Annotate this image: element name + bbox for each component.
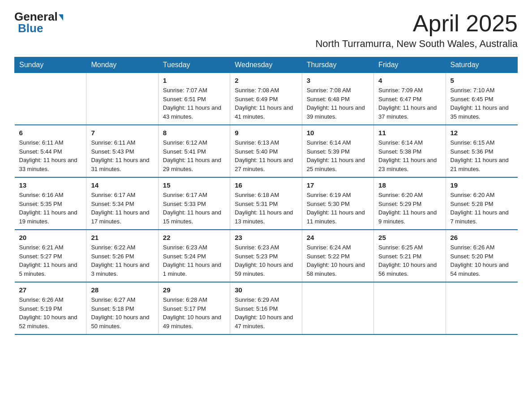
day-info: Sunrise: 6:25 AMSunset: 5:21 PMDaylight:… xyxy=(378,243,441,278)
calendar-day-cell: 22Sunrise: 6:23 AMSunset: 5:24 PMDayligh… xyxy=(158,230,230,282)
day-number: 14 xyxy=(91,181,153,189)
day-info: Sunrise: 6:11 AMSunset: 5:44 PMDaylight:… xyxy=(19,138,82,173)
day-number: 22 xyxy=(163,234,225,241)
calendar-day-cell: 16Sunrise: 6:18 AMSunset: 5:31 PMDayligh… xyxy=(230,177,302,230)
logo: General Blue xyxy=(14,11,63,34)
day-number: 24 xyxy=(307,234,369,241)
day-number: 30 xyxy=(235,286,297,294)
day-info: Sunrise: 6:22 AMSunset: 5:26 PMDaylight:… xyxy=(91,243,153,278)
day-number: 21 xyxy=(91,234,153,241)
calendar-day-cell: 6Sunrise: 6:11 AMSunset: 5:44 PMDaylight… xyxy=(15,125,86,177)
calendar-week-row: 27Sunrise: 6:26 AMSunset: 5:19 PMDayligh… xyxy=(15,282,518,334)
day-number: 20 xyxy=(19,234,82,241)
calendar-day-cell: 9Sunrise: 6:13 AMSunset: 5:40 PMDaylight… xyxy=(230,125,302,177)
logo-general-text: General xyxy=(14,11,58,22)
day-number: 7 xyxy=(91,129,153,137)
day-number: 4 xyxy=(378,77,441,84)
calendar-day-cell: 12Sunrise: 6:15 AMSunset: 5:36 PMDayligh… xyxy=(446,125,517,177)
day-info: Sunrise: 7:07 AMSunset: 6:51 PMDaylight:… xyxy=(163,86,225,121)
day-number: 2 xyxy=(235,77,297,84)
calendar-day-cell: 27Sunrise: 6:26 AMSunset: 5:19 PMDayligh… xyxy=(15,282,86,334)
calendar-day-cell: 15Sunrise: 6:17 AMSunset: 5:33 PMDayligh… xyxy=(158,177,230,230)
day-info: Sunrise: 6:27 AMSunset: 5:18 PMDaylight:… xyxy=(91,295,153,330)
day-number: 15 xyxy=(163,181,225,189)
calendar-body: 1Sunrise: 7:07 AMSunset: 6:51 PMDaylight… xyxy=(15,73,518,335)
day-number: 12 xyxy=(450,129,513,137)
calendar-week-row: 6Sunrise: 6:11 AMSunset: 5:44 PMDaylight… xyxy=(15,125,518,177)
day-info: Sunrise: 7:08 AMSunset: 6:48 PMDaylight:… xyxy=(307,86,369,121)
day-number: 27 xyxy=(19,286,82,294)
day-info: Sunrise: 6:26 AMSunset: 5:19 PMDaylight:… xyxy=(19,295,82,330)
day-info: Sunrise: 6:17 AMSunset: 5:33 PMDaylight:… xyxy=(163,191,225,226)
day-info: Sunrise: 6:20 AMSunset: 5:29 PMDaylight:… xyxy=(378,191,441,226)
calendar-title: April 2025 xyxy=(315,11,518,36)
logo-arrow-icon xyxy=(59,14,63,21)
calendar-day-cell xyxy=(374,282,446,334)
day-info: Sunrise: 6:18 AMSunset: 5:31 PMDaylight:… xyxy=(235,191,297,226)
calendar-week-row: 13Sunrise: 6:16 AMSunset: 5:35 PMDayligh… xyxy=(15,177,518,230)
day-info: Sunrise: 6:15 AMSunset: 5:36 PMDaylight:… xyxy=(450,138,513,173)
calendar-header: SundayMondayTuesdayWednesdayThursdayFrid… xyxy=(15,57,518,73)
day-number: 28 xyxy=(91,286,153,294)
day-info: Sunrise: 6:14 AMSunset: 5:38 PMDaylight:… xyxy=(378,138,441,173)
calendar-day-cell: 24Sunrise: 6:24 AMSunset: 5:22 PMDayligh… xyxy=(302,230,373,282)
calendar-day-cell: 5Sunrise: 7:10 AMSunset: 6:45 PMDaylight… xyxy=(446,73,517,125)
calendar-day-cell: 3Sunrise: 7:08 AMSunset: 6:48 PMDaylight… xyxy=(302,73,373,125)
calendar-day-cell: 13Sunrise: 6:16 AMSunset: 5:35 PMDayligh… xyxy=(15,177,86,230)
calendar-day-cell: 10Sunrise: 6:14 AMSunset: 5:39 PMDayligh… xyxy=(302,125,373,177)
day-info: Sunrise: 6:23 AMSunset: 5:24 PMDaylight:… xyxy=(163,243,225,278)
calendar-day-cell: 30Sunrise: 6:29 AMSunset: 5:16 PMDayligh… xyxy=(230,282,302,334)
calendar-week-row: 20Sunrise: 6:21 AMSunset: 5:27 PMDayligh… xyxy=(15,230,518,282)
calendar-day-cell: 20Sunrise: 6:21 AMSunset: 5:27 PMDayligh… xyxy=(15,230,86,282)
title-block: April 2025 North Turramurra, New South W… xyxy=(315,11,518,50)
day-info: Sunrise: 6:13 AMSunset: 5:40 PMDaylight:… xyxy=(235,138,297,173)
calendar-day-cell: 23Sunrise: 6:23 AMSunset: 5:23 PMDayligh… xyxy=(230,230,302,282)
day-number: 18 xyxy=(378,181,441,189)
day-info: Sunrise: 7:10 AMSunset: 6:45 PMDaylight:… xyxy=(450,86,513,121)
calendar-day-cell: 29Sunrise: 6:28 AMSunset: 5:17 PMDayligh… xyxy=(158,282,230,334)
weekday-header-row: SundayMondayTuesdayWednesdayThursdayFrid… xyxy=(15,57,518,73)
calendar-location: North Turramurra, New South Wales, Austr… xyxy=(315,38,518,50)
weekday-header-monday: Monday xyxy=(86,57,158,73)
calendar-day-cell: 11Sunrise: 6:14 AMSunset: 5:38 PMDayligh… xyxy=(374,125,446,177)
day-number: 16 xyxy=(235,181,297,189)
day-number: 26 xyxy=(450,234,513,241)
day-info: Sunrise: 6:23 AMSunset: 5:23 PMDaylight:… xyxy=(235,243,297,278)
day-number: 9 xyxy=(235,129,297,137)
day-info: Sunrise: 6:20 AMSunset: 5:28 PMDaylight:… xyxy=(450,191,513,226)
weekday-header-sunday: Sunday xyxy=(15,57,86,73)
day-info: Sunrise: 7:09 AMSunset: 6:47 PMDaylight:… xyxy=(378,86,441,121)
day-info: Sunrise: 6:26 AMSunset: 5:20 PMDaylight:… xyxy=(450,243,513,278)
day-number: 1 xyxy=(163,77,225,84)
calendar-day-cell xyxy=(446,282,517,334)
day-number: 17 xyxy=(307,181,369,189)
calendar-day-cell: 1Sunrise: 7:07 AMSunset: 6:51 PMDaylight… xyxy=(158,73,230,125)
calendar-day-cell: 14Sunrise: 6:17 AMSunset: 5:34 PMDayligh… xyxy=(86,177,158,230)
weekday-header-saturday: Saturday xyxy=(446,57,517,73)
day-info: Sunrise: 6:28 AMSunset: 5:17 PMDaylight:… xyxy=(163,295,225,330)
calendar-day-cell xyxy=(302,282,373,334)
day-number: 23 xyxy=(235,234,297,241)
day-number: 19 xyxy=(450,181,513,189)
day-number: 11 xyxy=(378,129,441,137)
calendar-day-cell: 26Sunrise: 6:26 AMSunset: 5:20 PMDayligh… xyxy=(446,230,517,282)
weekday-header-tuesday: Tuesday xyxy=(158,57,230,73)
day-number: 3 xyxy=(307,77,369,84)
calendar-day-cell: 17Sunrise: 6:19 AMSunset: 5:30 PMDayligh… xyxy=(302,177,373,230)
day-info: Sunrise: 6:11 AMSunset: 5:43 PMDaylight:… xyxy=(91,138,153,173)
weekday-header-thursday: Thursday xyxy=(302,57,373,73)
calendar-day-cell: 19Sunrise: 6:20 AMSunset: 5:28 PMDayligh… xyxy=(446,177,517,230)
day-info: Sunrise: 6:29 AMSunset: 5:16 PMDaylight:… xyxy=(235,295,297,330)
page-header: General Blue April 2025 North Turramurra… xyxy=(14,11,518,50)
day-number: 8 xyxy=(163,129,225,137)
calendar-day-cell: 18Sunrise: 6:20 AMSunset: 5:29 PMDayligh… xyxy=(374,177,446,230)
day-info: Sunrise: 6:19 AMSunset: 5:30 PMDaylight:… xyxy=(307,191,369,226)
day-number: 13 xyxy=(19,181,82,189)
calendar-day-cell xyxy=(86,73,158,125)
calendar-day-cell: 25Sunrise: 6:25 AMSunset: 5:21 PMDayligh… xyxy=(374,230,446,282)
day-info: Sunrise: 6:16 AMSunset: 5:35 PMDaylight:… xyxy=(19,191,82,226)
weekday-header-wednesday: Wednesday xyxy=(230,57,302,73)
day-info: Sunrise: 7:08 AMSunset: 6:49 PMDaylight:… xyxy=(235,86,297,121)
calendar-day-cell: 21Sunrise: 6:22 AMSunset: 5:26 PMDayligh… xyxy=(86,230,158,282)
day-info: Sunrise: 6:17 AMSunset: 5:34 PMDaylight:… xyxy=(91,191,153,226)
